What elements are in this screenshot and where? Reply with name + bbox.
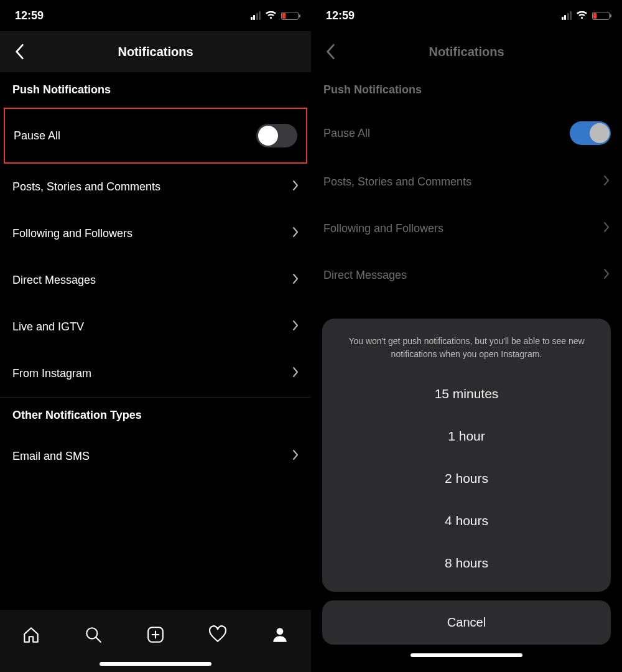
chevron-right-icon	[292, 226, 299, 241]
chevron-right-icon	[292, 449, 299, 464]
nav-row-dm[interactable]: Direct Messages	[311, 252, 622, 299]
action-sheet: You won't get push notifications, but yo…	[311, 319, 622, 672]
row-label: Posts, Stories and Comments	[323, 175, 471, 189]
nav-row-following[interactable]: Following and Followers	[0, 210, 311, 257]
sheet-option-1h[interactable]: 1 hour	[337, 415, 596, 457]
tab-home[interactable]	[17, 621, 45, 648]
header: Notifications	[311, 31, 622, 72]
section-title-push: Push Notifications	[311, 72, 622, 108]
nav-row-dm[interactable]: Direct Messages	[0, 257, 311, 304]
nav-row-live[interactable]: Live and IGTV	[0, 304, 311, 350]
status-bar: 12:59	[0, 0, 311, 31]
sheet-option-2h[interactable]: 2 hours	[337, 457, 596, 500]
section-title-push: Push Notifications	[0, 72, 311, 108]
chevron-right-icon	[292, 320, 299, 334]
chevron-right-icon	[603, 268, 610, 282]
cancel-button[interactable]: Cancel	[322, 600, 611, 645]
phone-screen-right: 12:59 Notifications Push Notifications P…	[311, 0, 622, 672]
action-sheet-description: You won't get push notifications, but yo…	[337, 335, 596, 373]
nav-row-email-sms[interactable]: Email and SMS	[0, 433, 311, 480]
status-icons	[562, 11, 610, 20]
home-indicator	[411, 653, 522, 657]
chevron-right-icon	[603, 222, 610, 236]
wifi-icon	[576, 11, 588, 20]
cellular-icon	[562, 11, 572, 20]
status-icons	[251, 11, 299, 20]
pause-all-toggle[interactable]	[256, 124, 297, 147]
section-title-other: Other Notification Types	[0, 398, 311, 433]
tab-profile[interactable]	[266, 621, 294, 648]
row-label: Live and IGTV	[12, 320, 84, 334]
svg-point-2	[277, 628, 284, 635]
battery-icon	[592, 12, 610, 20]
pause-all-toggle[interactable]	[570, 121, 611, 145]
back-button[interactable]	[10, 42, 29, 61]
page-title: Notifications	[118, 45, 193, 59]
chevron-right-icon	[292, 366, 299, 381]
row-label: Email and SMS	[12, 450, 90, 463]
status-time: 12:59	[326, 9, 355, 22]
phone-screen-left: 12:59 Notifications Push Notifications P…	[0, 0, 311, 672]
tab-new-post[interactable]	[142, 621, 169, 648]
chevron-right-icon	[292, 273, 299, 287]
wifi-icon	[265, 11, 277, 20]
chevron-right-icon	[603, 175, 610, 189]
pause-all-row[interactable]: Pause All	[4, 108, 307, 164]
nav-row-following[interactable]: Following and Followers	[311, 205, 622, 252]
pause-all-label: Pause All	[14, 129, 60, 142]
row-label: Direct Messages	[12, 274, 96, 287]
row-label: Following and Followers	[323, 222, 443, 235]
pause-all-label: Pause All	[323, 127, 370, 140]
status-bar: 12:59	[311, 0, 622, 31]
sheet-option-4h[interactable]: 4 hours	[337, 500, 596, 542]
tab-bar	[0, 610, 311, 672]
page-title: Notifications	[429, 45, 504, 59]
status-time: 12:59	[15, 9, 44, 22]
row-label: Direct Messages	[323, 269, 407, 282]
chevron-right-icon	[292, 180, 299, 194]
battery-icon	[281, 12, 299, 20]
home-indicator	[100, 662, 211, 666]
nav-row-posts[interactable]: Posts, Stories and Comments	[311, 159, 622, 205]
sheet-option-8h[interactable]: 8 hours	[337, 542, 596, 584]
back-button[interactable]	[321, 42, 340, 61]
row-label: From Instagram	[12, 367, 91, 380]
nav-row-from-instagram[interactable]: From Instagram	[0, 350, 311, 397]
tab-activity[interactable]	[204, 621, 231, 648]
sheet-option-15m[interactable]: 15 minutes	[337, 373, 596, 415]
tab-search[interactable]	[80, 621, 107, 648]
row-label: Posts, Stories and Comments	[12, 180, 160, 194]
action-sheet-panel: You won't get push notifications, but yo…	[322, 319, 611, 592]
row-label: Following and Followers	[12, 227, 132, 240]
cellular-icon	[251, 11, 261, 20]
pause-all-row[interactable]: Pause All	[311, 108, 622, 159]
header: Notifications	[0, 31, 311, 72]
nav-row-posts[interactable]: Posts, Stories and Comments	[0, 164, 311, 210]
